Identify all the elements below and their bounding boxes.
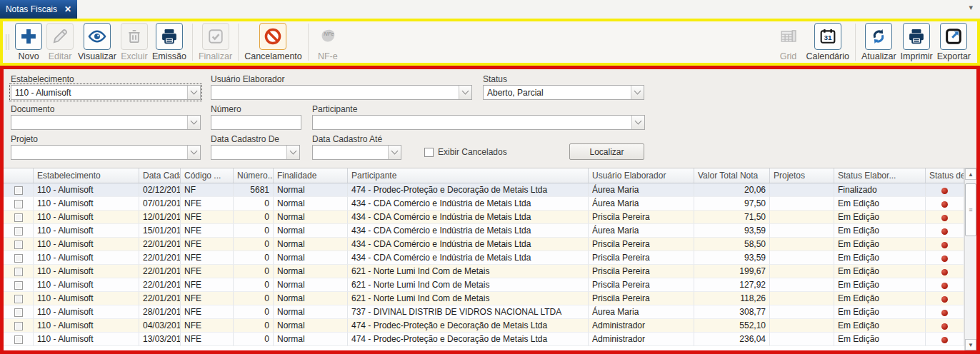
numero-input[interactable] [211, 116, 301, 129]
cell-projetos [770, 333, 834, 346]
column-header-status-elab[interactable]: Status Elabor... [834, 168, 926, 183]
table-row[interactable]: 110 - Alumisoft28/01/2015NFE0Normal737 -… [4, 305, 976, 319]
row-checkbox[interactable] [14, 254, 23, 263]
documento-select[interactable] [11, 115, 201, 130]
projeto-select[interactable] [11, 145, 201, 160]
chevron-down-icon[interactable] [187, 86, 200, 99]
cell-codigo: NFE [181, 238, 234, 251]
exibir-cancelados-checkbox[interactable] [424, 148, 434, 157]
table-row[interactable]: 110 - Alumisoft02/12/2014NF5681Normal474… [4, 183, 976, 197]
exibir-cancelados-row: Exibir Cancelados [424, 147, 507, 157]
row-checkbox[interactable] [14, 295, 23, 303]
chevron-down-icon[interactable] [459, 86, 471, 99]
toolbar-group: NFeNF-e [312, 22, 344, 62]
chevron-down-icon[interactable] [286, 146, 299, 159]
table-row[interactable]: 110 - Alumisoft07/01/2015NFE0Normal434 -… [4, 197, 976, 211]
toolbar-button-label: Visualizar [78, 51, 116, 61]
vertical-scrollbar[interactable]: ▲ ≡ ▼ [964, 168, 976, 350]
row-checkbox[interactable] [14, 241, 23, 249]
row-checkbox[interactable] [14, 213, 23, 222]
table-row[interactable]: 110 - Alumisoft22/01/2015NFE0Normal621 -… [4, 292, 976, 305]
row-checkbox[interactable] [14, 308, 23, 317]
column-header-data[interactable]: Data Cada... [139, 168, 181, 183]
chevron-down-icon[interactable] [631, 116, 644, 129]
table-row[interactable]: 110 - Alumisoft12/01/2015NFE0Normal434 -… [4, 211, 976, 224]
calend-rio-button[interactable]: 31Calendário [804, 22, 851, 62]
novo-button[interactable]: Novo [13, 22, 44, 62]
row-checkbox[interactable] [14, 186, 23, 195]
chevron-down-icon[interactable] [187, 116, 200, 129]
cell-numero: 0 [234, 197, 274, 211]
cell-participante: 434 - CDA Comércio e Indústria de Metais… [348, 224, 589, 238]
row-checkbox[interactable] [14, 281, 23, 290]
toolbar-button-label: Novo [18, 51, 39, 61]
atualizar-button[interactable]: Atualizar [859, 22, 899, 62]
column-header-usuario[interactable]: Usuário Elaborador [589, 168, 694, 183]
tab-list-chevron-down-icon[interactable]: ▾ [969, 3, 973, 12]
column-header-numero[interactable]: Número... [234, 168, 274, 183]
cell-estabelecimento: 110 - Alumisoft [34, 183, 139, 197]
estabelecimento-select[interactable]: 110 - Alumisoft [11, 85, 201, 100]
cell-codigo: NF [181, 183, 234, 197]
column-header-participante[interactable]: Participante [348, 168, 589, 183]
usuario-elaborador-label: Usuário Elaborador [211, 74, 284, 84]
table-row[interactable]: 110 - Alumisoft22/01/2015NFE0Normal621 -… [4, 278, 976, 292]
scroll-up-icon[interactable]: ▲ [965, 168, 976, 180]
table-row[interactable]: 110 - Alumisoft15/01/2015NFE0Normal434 -… [4, 224, 976, 238]
column-header-finalidade[interactable]: Finalidade [274, 168, 348, 183]
chevron-down-icon[interactable] [631, 86, 644, 99]
chevron-down-icon[interactable] [388, 146, 401, 159]
column-header-valor[interactable]: Valor Total Nota [694, 168, 770, 183]
row-checkbox[interactable] [14, 268, 23, 276]
data-cadastro-ate-select[interactable] [312, 145, 401, 160]
row-checkbox[interactable] [14, 335, 23, 344]
tab-notas-fiscais[interactable]: Notas Fiscais ✕ [0, 0, 77, 19]
toolbar-button-label: Calendário [806, 51, 849, 61]
cell-data: 22/01/2015 [139, 251, 181, 265]
imprimir-button[interactable]: Imprimir [899, 22, 935, 62]
table-row[interactable]: 110 - Alumisoft13/03/2015NFE0Normal474 -… [4, 333, 976, 346]
column-header-projetos[interactable]: Projetos [770, 168, 834, 183]
visualizar-button[interactable]: Visualizar [76, 22, 119, 62]
column-header-estabelecimento[interactable]: Estabelecimento [34, 168, 139, 183]
scroll-down-icon[interactable]: ▼ [965, 339, 976, 350]
emiss-o-button[interactable]: Emissão [150, 22, 189, 62]
cell-codigo: NFE [181, 197, 234, 211]
chevron-down-icon[interactable] [187, 146, 200, 159]
row-checkbox[interactable] [14, 322, 23, 330]
eye-icon [87, 26, 107, 46]
scroll-thumb[interactable]: ≡ [965, 183, 976, 236]
filter-panel: Estabelecimento 110 - Alumisoft Usuário … [4, 69, 976, 168]
table-row[interactable]: 110 - Alumisoft22/01/2015NFE0Normal434 -… [4, 238, 976, 251]
cell-data: 22/01/2015 [139, 278, 181, 292]
numero-input-wrap [211, 115, 301, 130]
column-header-codigo[interactable]: Código ... [181, 168, 234, 183]
data-cadastro-de-select[interactable] [211, 145, 300, 160]
scroll-track[interactable]: ≡ [965, 180, 976, 339]
row-checkbox[interactable] [14, 227, 23, 236]
exportar-button[interactable]: Exportar [935, 22, 973, 62]
cancelamento-button[interactable]: Cancelamento [242, 22, 304, 62]
localizar-button[interactable]: Localizar [569, 143, 644, 160]
cell-codigo: NFE [181, 278, 234, 292]
status-select[interactable]: Aberto, Parcial [483, 85, 644, 100]
table-row[interactable]: 110 - Alumisoft22/01/2015NFE0Normal434 -… [4, 251, 976, 265]
cell-numero: 0 [234, 305, 274, 319]
finalizar-button: Finalizar [196, 22, 234, 62]
close-icon[interactable]: ✕ [64, 4, 71, 14]
refresh-icon [869, 26, 889, 46]
column-header-status-ate[interactable]: Status de Ate... [926, 168, 964, 183]
status-red-dot-icon [941, 269, 948, 275]
status-red-dot-icon [941, 283, 948, 289]
usuario-elaborador-select[interactable] [211, 85, 472, 100]
toolbar-grip-handle[interactable] [6, 34, 9, 50]
cell-status-ate [926, 251, 964, 265]
row-checkbox[interactable] [14, 200, 23, 208]
cell-codigo: NFE [181, 292, 234, 305]
cell-estabelecimento: 110 - Alumisoft [34, 278, 139, 292]
participante-select[interactable] [312, 115, 645, 130]
cell-estabelecimento: 110 - Alumisoft [34, 238, 139, 251]
table-row[interactable]: 110 - Alumisoft04/03/2015NFE0Normal474 -… [4, 319, 976, 333]
table-row[interactable]: 110 - Alumisoft22/01/2015NFE0Normal621 -… [4, 265, 976, 278]
cell-data: 22/01/2015 [139, 238, 181, 251]
